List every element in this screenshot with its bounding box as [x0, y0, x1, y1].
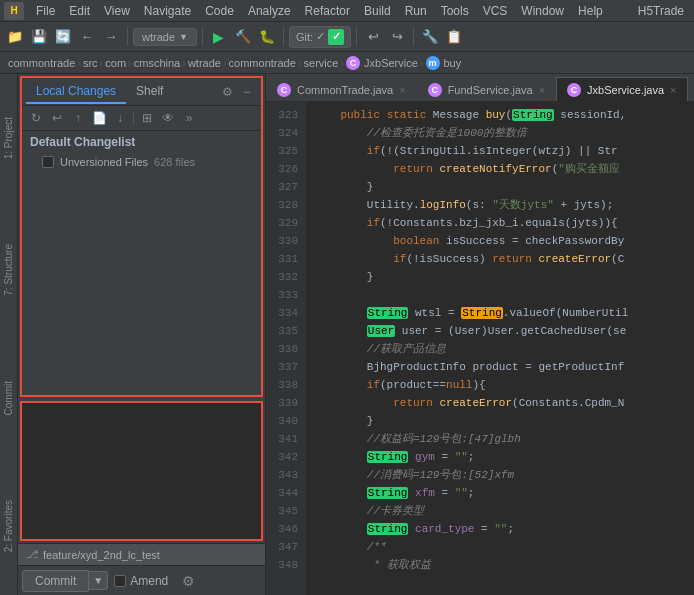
ln-339: 339	[274, 394, 298, 412]
tab-close-commontrade[interactable]: ×	[399, 84, 405, 96]
menu-tools[interactable]: Tools	[435, 2, 475, 20]
git-status-widget[interactable]: Git: ✓ ✓	[289, 26, 351, 48]
tab-label-fundservice: FundService.java	[448, 84, 533, 96]
breadcrumb-service[interactable]: service	[304, 57, 339, 69]
breadcrumb-commontrade[interactable]: commontrade	[8, 57, 75, 69]
menu-window[interactable]: Window	[515, 2, 570, 20]
commit-button[interactable]: Commit	[22, 570, 89, 592]
vc-sep-1	[133, 111, 134, 125]
tab-local-changes[interactable]: Local Changes	[26, 80, 126, 104]
lower-panel	[20, 401, 263, 541]
breadcrumb-com[interactable]: com	[105, 57, 126, 69]
toolbar-open-btn[interactable]: 📁	[4, 26, 26, 48]
toolbar-extra-btn[interactable]: 📋	[443, 26, 465, 48]
vc-eye-btn[interactable]: 👁	[158, 108, 178, 128]
tab-label-commontrade: CommonTrade.java	[297, 84, 393, 96]
left-panel: Local Changes Shelf ⚙ − ↻ ↩ ↑ 📄 ↓ ⊞ 👁 » …	[18, 74, 266, 595]
code-line-336: //获取产品信息	[314, 340, 686, 358]
toolbar-sync-btn[interactable]: 🔄	[52, 26, 74, 48]
toolbar-redo-btn[interactable]: ↪	[386, 26, 408, 48]
line-numbers: 323 324 325 326 327 328 329 330 331 332 …	[266, 102, 306, 595]
code-line-348: * 获取权益	[314, 556, 686, 574]
vc-refresh-btn[interactable]: ↻	[26, 108, 46, 128]
vc-group-btn[interactable]: ⊞	[137, 108, 157, 128]
tab-close-jxbservice[interactable]: ×	[670, 84, 676, 96]
menu-code[interactable]: Code	[199, 2, 240, 20]
menu-vcs[interactable]: VCS	[477, 2, 514, 20]
build-btn[interactable]: 🔨	[232, 26, 254, 48]
branch-bar-name[interactable]: feature/xyd_2nd_lc_test	[43, 549, 160, 561]
ln-347: 347	[274, 538, 298, 556]
ln-323: 323	[274, 106, 298, 124]
menu-h5trade[interactable]: H5Trade	[632, 2, 690, 20]
toolbar-forward-btn[interactable]: →	[100, 26, 122, 48]
ln-334: 334	[274, 304, 298, 322]
tab-commontrade[interactable]: C CommonTrade.java ×	[266, 77, 417, 101]
code-line-324: //检查委托资金是1000的整数倍	[314, 124, 686, 142]
code-line-337: BjhgProductInfo product = getProductInf	[314, 358, 686, 376]
menu-file[interactable]: File	[30, 2, 61, 20]
tab-icon-jxbservice: C	[567, 83, 581, 97]
breadcrumb-cmschina[interactable]: cmschina	[134, 57, 180, 69]
changelist-header: Default Changelist	[22, 131, 261, 153]
unversioned-checkbox[interactable]	[42, 156, 54, 168]
menu-view[interactable]: View	[98, 2, 136, 20]
vc-up-btn[interactable]: ↑	[68, 108, 88, 128]
code-line-326: return createNotifyError("购买金额应	[314, 160, 686, 178]
menu-analyze[interactable]: Analyze	[242, 2, 297, 20]
vc-more-btn[interactable]: »	[179, 108, 199, 128]
menu-navigate[interactable]: Navigate	[138, 2, 197, 20]
amend-label: Amend	[114, 574, 168, 588]
side-label-favorites[interactable]: 2: Favorites	[1, 496, 16, 556]
breadcrumb-wtrade[interactable]: wtrade	[188, 57, 221, 69]
toolbar-wrench-btn[interactable]: 🔧	[419, 26, 441, 48]
menu-build[interactable]: Build	[358, 2, 397, 20]
vc-down-btn[interactable]: ↓	[110, 108, 130, 128]
main-layout: 1: Project 7: Structure Commit 2: Favori…	[0, 74, 694, 595]
commit-dropdown-btn[interactable]: ▼	[89, 571, 108, 590]
method-icon-buy: m	[426, 56, 440, 70]
menu-edit[interactable]: Edit	[63, 2, 96, 20]
toolbar-back-btn[interactable]: ←	[76, 26, 98, 48]
side-label-commit[interactable]: Commit	[1, 377, 16, 419]
vc-rollback-btn[interactable]: ↩	[47, 108, 67, 128]
vc-close-btn[interactable]: −	[237, 82, 257, 102]
run-btn[interactable]: ▶	[208, 26, 230, 48]
menu-help[interactable]: Help	[572, 2, 609, 20]
tab-jxbservice[interactable]: C JxbService.java ×	[556, 77, 687, 101]
unversioned-count: 628 files	[154, 156, 195, 168]
tab-close-fundservice[interactable]: ×	[539, 84, 545, 96]
bottom-settings-btn[interactable]: ⚙	[178, 571, 198, 591]
toolbar-save-btn[interactable]: 💾	[28, 26, 50, 48]
code-content[interactable]: public static Message buy(String session…	[306, 102, 694, 595]
class-icon-jxb: C	[346, 56, 360, 70]
code-line-334: String wtsl = String.valueOf(NumberUtil	[314, 304, 686, 322]
ln-341: 341	[274, 430, 298, 448]
menu-refactor[interactable]: Refactor	[299, 2, 356, 20]
tab-shelf[interactable]: Shelf	[126, 80, 173, 104]
code-line-347: /**	[314, 538, 686, 556]
debug-btn[interactable]: 🐛	[256, 26, 278, 48]
breadcrumb-jxbservice[interactable]: JxbService	[364, 57, 418, 69]
branch-selector[interactable]: wtrade ▼	[133, 28, 197, 46]
breadcrumb-buy[interactable]: buy	[444, 57, 462, 69]
side-label-structure[interactable]: 7: Structure	[1, 240, 16, 300]
breadcrumb-commontrade2[interactable]: commontrade	[229, 57, 296, 69]
ln-329: 329	[274, 214, 298, 232]
code-line-327: }	[314, 178, 686, 196]
toolbar-sep-3	[283, 28, 284, 46]
toolbar-undo-btn[interactable]: ↩	[362, 26, 384, 48]
breadcrumb-src[interactable]: src	[83, 57, 98, 69]
ln-345: 345	[274, 502, 298, 520]
tab-fundservice[interactable]: C FundService.java ×	[417, 77, 556, 101]
ln-333: 333	[274, 286, 298, 304]
vc-settings-btn[interactable]: ⚙	[217, 82, 237, 102]
menu-run[interactable]: Run	[399, 2, 433, 20]
amend-checkbox[interactable]	[114, 575, 126, 587]
vc-move-btn[interactable]: 📄	[89, 108, 109, 128]
ln-324: 324	[274, 124, 298, 142]
branch-name: wtrade	[142, 31, 175, 43]
unversioned-files-item[interactable]: Unversioned Files 628 files	[22, 153, 261, 171]
side-label-project[interactable]: 1: Project	[1, 113, 16, 163]
code-line-329: if(!Constants.bzj_jxb_i.equals(jyts)){	[314, 214, 686, 232]
